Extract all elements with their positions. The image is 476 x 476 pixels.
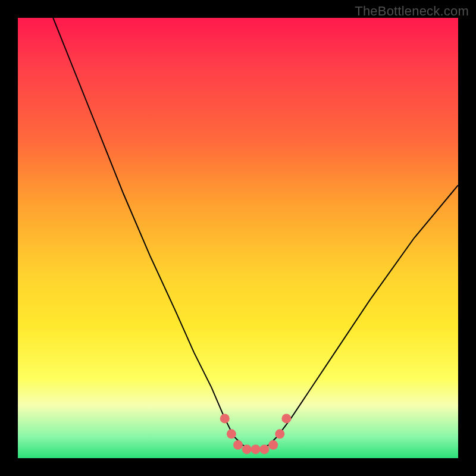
chart-marker-dot xyxy=(220,414,230,423)
watermark-text: TheBottleneck.com xyxy=(355,4,469,19)
bottleneck-curve xyxy=(53,18,458,449)
chart-marker-dot xyxy=(281,414,291,423)
chart-marker-dot xyxy=(227,429,236,439)
chart-marker-dot xyxy=(233,440,243,450)
chart-svg xyxy=(18,18,458,458)
chart-markers xyxy=(220,414,292,454)
chart-plot-area xyxy=(18,18,458,458)
chart-frame: TheBottleneck.com xyxy=(0,0,476,476)
chart-marker-dot xyxy=(251,444,261,454)
chart-marker-dot xyxy=(268,440,278,450)
chart-marker-dot xyxy=(259,444,269,454)
chart-marker-dot xyxy=(275,429,284,439)
chart-marker-dot xyxy=(242,444,252,454)
